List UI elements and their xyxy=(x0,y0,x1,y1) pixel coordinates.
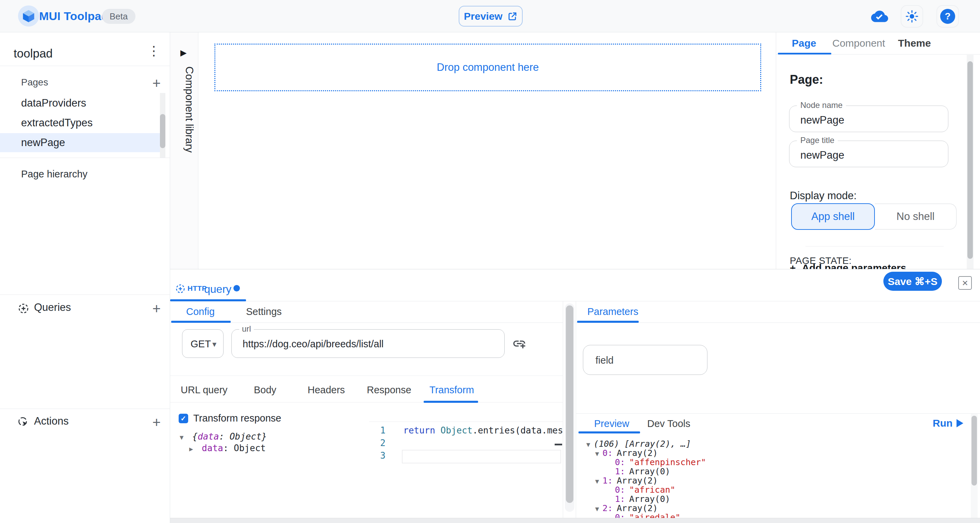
tab-url-query[interactable]: URL query xyxy=(181,384,228,395)
preview-button[interactable]: Preview xyxy=(459,6,523,27)
add-action-button[interactable]: + xyxy=(148,414,165,431)
transform-code-editor[interactable]: 1 2 3 return Object.entries(data.messag xyxy=(369,421,563,518)
parameter-field-input[interactable]: field xyxy=(583,345,708,375)
json-root-row[interactable]: ▼ (106) [Array(2), …] xyxy=(586,439,691,449)
theme-toggle-button[interactable] xyxy=(901,5,923,27)
query-tab-label[interactable]: query xyxy=(204,283,231,295)
query-tab-row: HTTP query Save ⌘+S × xyxy=(170,269,980,301)
page-heading: Page: xyxy=(790,73,823,87)
external-link-icon xyxy=(508,11,517,21)
no-shell-toggle[interactable]: No shell xyxy=(875,204,956,230)
json-row: 1: Array(0) xyxy=(615,494,670,504)
play-icon[interactable] xyxy=(956,419,963,427)
sidebar: toolpad ⋮ Pages + dataProviders extracte… xyxy=(0,32,170,523)
chevron-down-icon: ▾ xyxy=(212,340,216,349)
check-icon: ✓ xyxy=(181,415,186,423)
tab-component[interactable]: Component xyxy=(832,37,885,49)
app-shell-toggle[interactable]: App shell xyxy=(791,203,875,230)
collapse-icon[interactable]: ▼ xyxy=(180,434,183,441)
collapse-icon[interactable]: ▼ xyxy=(595,477,599,485)
collapse-icon[interactable]: ▼ xyxy=(595,450,599,457)
page-title-value: newPage xyxy=(800,149,844,161)
node-name-field[interactable]: Node name newPage xyxy=(789,105,948,132)
topbar: MUI Toolpad Beta Preview xyxy=(0,0,980,32)
active-parameters-underline xyxy=(577,321,639,323)
json-row[interactable]: ▼ 0: Array(2) xyxy=(595,448,658,458)
tab-theme[interactable]: Theme xyxy=(898,37,931,49)
inspector-panel: Page Component Theme Page: Node name new… xyxy=(776,32,980,269)
tab-settings[interactable]: Settings xyxy=(246,306,282,317)
expand-library-icon[interactable]: ▶ xyxy=(180,48,186,57)
json-string-value: "airedale" xyxy=(629,512,681,518)
json-row[interactable]: ▼ 1: Array(2) xyxy=(595,476,658,486)
parameters-tabs: Parameters xyxy=(576,301,980,323)
sidebar-item-newpage[interactable]: newPage xyxy=(0,133,160,152)
method-select[interactable]: GET ▾ xyxy=(182,329,224,358)
transform-response-checkbox[interactable]: ✓ xyxy=(179,414,188,423)
query-results-panel: Parameters field Preview Dev Tools Run ▼… xyxy=(576,301,980,518)
collapse-icon[interactable]: ▼ xyxy=(595,505,599,512)
json-row: 0: "african" xyxy=(615,485,675,495)
json-root-label: (106) [Array(2), …] xyxy=(593,439,691,449)
help-button[interactable]: ? xyxy=(937,5,959,27)
run-button[interactable]: Run xyxy=(933,418,953,429)
inspector-scrollbar-thumb[interactable] xyxy=(967,61,973,259)
add-binding-icon[interactable] xyxy=(512,336,527,352)
sidebar-item-extractedtypes[interactable]: extractedTypes xyxy=(0,113,160,132)
component-library-panel[interactable]: ▶ Component library xyxy=(170,32,198,269)
dock-scrollbar-thumb[interactable] xyxy=(566,305,573,503)
json-string-value: "affenpinscher" xyxy=(629,457,706,467)
json-value: Array(2) xyxy=(617,476,658,486)
sidebar-item-dataproviders[interactable]: dataProviders xyxy=(0,94,160,113)
tab-headers[interactable]: Headers xyxy=(308,384,345,395)
json-row: 1: Array(0) xyxy=(615,467,670,476)
component-library-label: Component library xyxy=(183,66,195,153)
beta-badge: Beta xyxy=(102,9,135,24)
tab-body[interactable]: Body xyxy=(254,384,276,395)
json-key: 0: xyxy=(615,512,625,518)
results-scrollbar-thumb[interactable] xyxy=(972,416,977,486)
queries-header: Queries xyxy=(34,301,71,314)
schema-root-rest: : Object} xyxy=(219,431,267,442)
schema-child-row[interactable]: ▶ data: Object xyxy=(189,443,266,453)
close-panel-button[interactable]: × xyxy=(958,276,972,290)
tab-preview[interactable]: Preview xyxy=(594,418,629,429)
add-page-parameters-label: Add page parameters xyxy=(802,262,907,269)
json-string-value: "african" xyxy=(629,485,675,495)
display-mode-label: Display mode: xyxy=(790,190,856,202)
schema-root-row[interactable]: ▼ {data: Object} xyxy=(180,431,267,442)
divider xyxy=(0,408,170,409)
save-button[interactable]: Save ⌘+S xyxy=(883,272,942,291)
tab-page[interactable]: Page xyxy=(792,37,816,49)
tab-config[interactable]: Config xyxy=(186,306,215,317)
code-object: Object xyxy=(441,425,473,435)
actions-header: Actions xyxy=(34,415,69,427)
add-page-parameters-button[interactable]: + Add page parameters xyxy=(790,262,946,269)
project-menu-button[interactable]: ⋮ xyxy=(146,43,162,59)
pages-scrollbar-thumb[interactable] xyxy=(160,114,165,148)
json-row[interactable]: ▼ 2: Array(2) xyxy=(595,503,658,513)
add-query-button[interactable]: + xyxy=(148,300,165,318)
add-page-button[interactable]: + xyxy=(148,75,165,92)
expand-icon[interactable]: ▶ xyxy=(189,445,193,453)
tab-parameters[interactable]: Parameters xyxy=(587,306,638,317)
pages-header: Pages xyxy=(21,77,48,88)
query-editor-dock: HTTP query Save ⌘+S × Config Settings GE… xyxy=(170,269,980,523)
sun-icon xyxy=(905,10,918,23)
page-item-label: dataProviders xyxy=(21,97,86,109)
page-title-field[interactable]: Page title newPage xyxy=(789,140,948,167)
close-icon: × xyxy=(962,277,968,289)
drop-zone[interactable]: Drop component here xyxy=(215,43,761,91)
divider xyxy=(805,246,943,247)
kebab-icon: ⋮ xyxy=(147,43,160,58)
url-field[interactable]: url https://dog.ceo/api/breeds/list/all xyxy=(231,329,504,358)
line-number: 2 xyxy=(369,438,385,448)
config-tabs: Config Settings xyxy=(170,301,563,323)
current-line-highlight xyxy=(402,450,561,463)
tab-transform[interactable]: Transform xyxy=(430,384,474,395)
tab-response[interactable]: Response xyxy=(367,384,411,395)
dock-bottom-strip xyxy=(170,518,980,523)
collapse-icon[interactable]: ▼ xyxy=(586,441,590,448)
tab-devtools[interactable]: Dev Tools xyxy=(647,418,690,429)
inspector-tabs: Page Component Theme xyxy=(776,32,980,54)
